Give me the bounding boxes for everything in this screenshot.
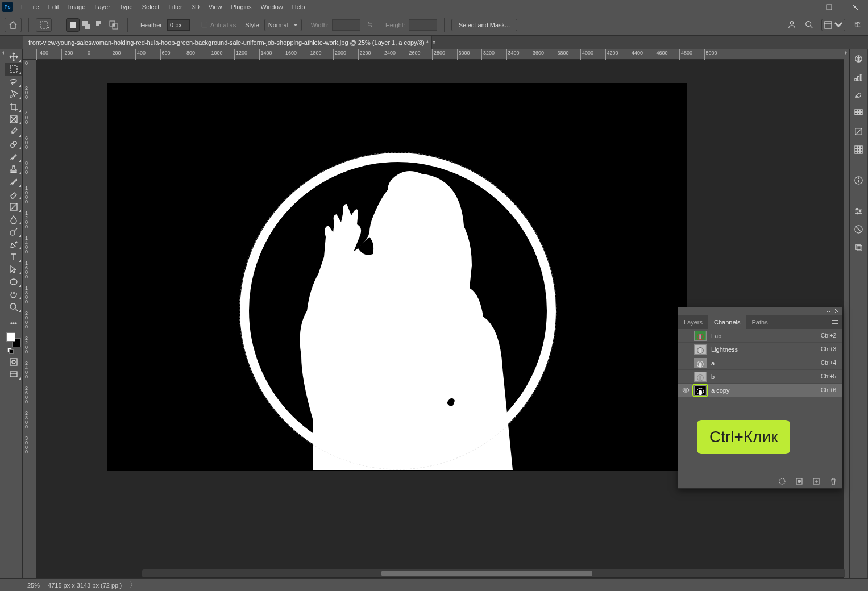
menu-select[interactable]: Select: [138, 2, 164, 12]
channels-panel[interactable]: Layers Channels Paths Lab Ctrl+2 Lightne…: [678, 307, 842, 489]
visibility-toggle[interactable]: [682, 332, 690, 340]
history-brush-tool[interactable]: [5, 176, 22, 188]
channel-thumb[interactable]: [694, 372, 707, 382]
move-tool[interactable]: [5, 51, 22, 63]
save-selection-icon[interactable]: [795, 477, 803, 486]
window-minimize[interactable]: [790, 0, 816, 14]
patterns-panel-icon[interactable]: [853, 126, 865, 137]
visibility-toggle[interactable]: [682, 373, 690, 381]
pen-tool[interactable]: [5, 238, 22, 251]
eyedropper-tool[interactable]: [5, 126, 22, 138]
screen-mode[interactable]: [5, 368, 22, 381]
channel-thumb[interactable]: [694, 385, 707, 396]
menu-type[interactable]: Type: [115, 2, 137, 12]
path-select-tool[interactable]: [5, 263, 22, 276]
frame-tool[interactable]: [5, 113, 22, 126]
brush-tool[interactable]: [5, 151, 22, 163]
edit-toolbar[interactable]: [5, 317, 22, 330]
select-and-mask-button[interactable]: Select and Mask...: [451, 19, 518, 31]
menu-help[interactable]: Help: [288, 2, 309, 12]
selection-add[interactable]: [80, 18, 93, 32]
tab-layers[interactable]: Layers: [678, 315, 708, 329]
document-tab[interactable]: front-view-young-saleswoman-holding-red-…: [23, 36, 432, 49]
ruler-horizontal[interactable]: -400-20002004006008001000120014001600180…: [36, 49, 844, 60]
channel-row[interactable]: b Ctrl+5: [678, 370, 842, 384]
channel-thumb[interactable]: [694, 344, 707, 355]
layers-panel-icon[interactable]: [853, 242, 865, 253]
document-canvas[interactable]: [108, 84, 687, 470]
properties-panel-icon[interactable]: [853, 205, 865, 217]
quick-select-tool[interactable]: [5, 88, 22, 101]
menu-view[interactable]: View: [205, 2, 226, 12]
channel-row[interactable]: a copy Ctrl+6: [678, 384, 842, 397]
menu-layer[interactable]: Layer: [90, 2, 114, 12]
crop-tool[interactable]: [5, 101, 22, 113]
swatches-panel-icon[interactable]: [853, 89, 865, 101]
styles-panel-icon[interactable]: [853, 144, 865, 155]
visibility-toggle[interactable]: [682, 359, 690, 367]
menu-image[interactable]: Image: [64, 2, 90, 12]
channel-row[interactable]: Lab Ctrl+2: [678, 329, 842, 343]
channel-thumb[interactable]: [694, 358, 707, 368]
visibility-toggle[interactable]: [682, 386, 690, 394]
doc-dimensions[interactable]: 4715 px x 3143 px (72 ppi): [48, 582, 122, 589]
panel-collapse-icon[interactable]: [825, 308, 830, 315]
menu-file[interactable]: File: [17, 2, 43, 12]
scroll-thumb[interactable]: [381, 571, 592, 576]
cloud-user-icon[interactable]: [787, 20, 796, 30]
channel-row[interactable]: a Ctrl+4: [678, 356, 842, 370]
window-close[interactable]: [842, 0, 868, 14]
delete-channel-icon[interactable]: [829, 477, 837, 486]
color-panel-icon[interactable]: [853, 53, 865, 64]
lasso-tool[interactable]: [5, 76, 22, 88]
menu-window[interactable]: Window: [257, 2, 287, 12]
canvas-hscroll[interactable]: [142, 569, 845, 577]
left-dock-toggle[interactable]: [0, 49, 5, 578]
workspace-switcher[interactable]: [821, 19, 845, 31]
menu-edit[interactable]: Edit: [44, 2, 63, 12]
info-panel-icon[interactable]: [853, 174, 865, 186]
selection-subtract[interactable]: [93, 18, 107, 32]
visibility-toggle[interactable]: [682, 346, 690, 353]
color-swatches[interactable]: [5, 330, 22, 349]
channel-row[interactable]: Lightness Ctrl+3: [678, 343, 842, 356]
menu-plugins[interactable]: Plugins: [227, 2, 255, 12]
quick-mask-toggle[interactable]: [5, 356, 22, 368]
zoom-tool[interactable]: [5, 301, 22, 313]
blur-tool[interactable]: [5, 213, 22, 226]
tab-channels[interactable]: Channels: [708, 315, 746, 329]
new-channel-icon[interactable]: [812, 477, 820, 486]
channel-thumb[interactable]: [694, 331, 707, 341]
right-dock-toggle[interactable]: [844, 49, 849, 578]
menu-3d[interactable]: 3D: [188, 2, 203, 12]
style-select[interactable]: Normal: [264, 19, 302, 31]
libraries-panel-icon[interactable]: [853, 223, 865, 235]
menu-filter[interactable]: Filter: [164, 2, 186, 12]
home-button[interactable]: [5, 18, 22, 32]
ruler-vertical[interactable]: 0200400600800100012001400160018002000220…: [23, 60, 36, 578]
share-icon[interactable]: [853, 20, 862, 30]
window-maximize[interactable]: [816, 0, 842, 14]
selection-intersect[interactable]: [107, 18, 121, 32]
eraser-tool[interactable]: [5, 188, 22, 201]
panel-menu-icon[interactable]: [830, 318, 840, 326]
zoom-level[interactable]: 25%: [27, 582, 40, 589]
stamp-tool[interactable]: [5, 163, 22, 176]
adjustments-panel-icon[interactable]: [853, 71, 865, 82]
feather-input[interactable]: [167, 19, 190, 31]
hand-tool[interactable]: [5, 288, 22, 301]
gradients-panel-icon[interactable]: [853, 107, 865, 119]
marquee-tool[interactable]: [5, 63, 22, 76]
tab-paths[interactable]: Paths: [746, 315, 774, 329]
gradient-tool[interactable]: [5, 201, 22, 213]
healing-tool[interactable]: [5, 138, 22, 151]
status-menu-chevron[interactable]: 〉: [130, 580, 136, 590]
close-icon[interactable]: ×: [432, 39, 436, 47]
search-icon[interactable]: [804, 20, 813, 30]
dodge-tool[interactable]: [5, 226, 22, 238]
selection-new[interactable]: [66, 18, 80, 32]
type-tool[interactable]: [5, 251, 22, 263]
shape-tool[interactable]: [5, 276, 22, 288]
panel-close-icon[interactable]: [834, 308, 840, 315]
tool-preset-picker[interactable]: [36, 18, 52, 32]
